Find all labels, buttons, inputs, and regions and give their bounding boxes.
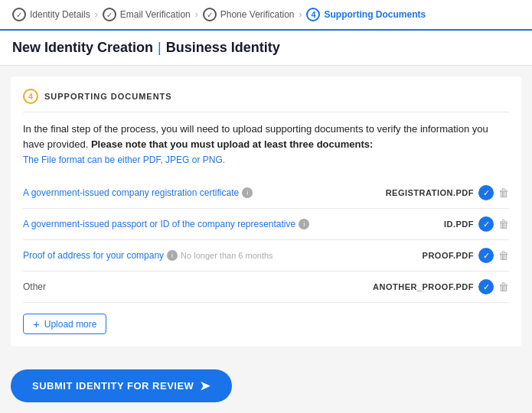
- delete-doc-3[interactable]: 🗑: [498, 249, 509, 262]
- nav-arrow-2: ›: [195, 9, 198, 20]
- nav-step-phone-label: Phone Verification: [220, 9, 295, 20]
- check-uploaded-3: ✓: [478, 248, 494, 263]
- doc-label-registration: A government-issued company registration…: [23, 187, 386, 198]
- doc-label-text-3: Proof of address for your company: [23, 250, 164, 261]
- doc-label-proof: Proof of address for your company i No l…: [23, 250, 423, 261]
- nav-step-identity-label: Identity Details: [30, 9, 90, 20]
- doc-row-passport: A government-issued passport or ID of th…: [23, 209, 509, 240]
- nav-step-docs[interactable]: 4 Supporting Documents: [306, 8, 426, 21]
- info-icon-1[interactable]: i: [242, 187, 253, 198]
- check-icon-phone: ✓: [203, 8, 217, 21]
- info-icon-3[interactable]: i: [167, 250, 178, 261]
- documents-list: A government-issued company registration…: [23, 177, 509, 303]
- doc-label-text-1: A government-issued company registration…: [23, 187, 239, 198]
- doc-filename-3: PROOF.PDF: [423, 251, 474, 260]
- submit-arrow-icon: ➤: [200, 379, 211, 393]
- page-title: New Identity Creation|Business Identity: [12, 40, 520, 56]
- delete-doc-1[interactable]: 🗑: [498, 187, 509, 199]
- submit-identity-button[interactable]: SUBMIT IDENTITY FOR REVIEW ➤: [11, 369, 232, 402]
- check-icon-email: ✓: [103, 8, 116, 21]
- bottom-bar: SUBMIT IDENTITY FOR REVIEW ➤: [0, 357, 532, 413]
- doc-right-2: ID.PDF ✓ 🗑: [444, 216, 509, 232]
- section-header: 4 SUPPORTING DOCUMENTS: [23, 89, 509, 112]
- doc-label-text-2: A government-issued passport or ID of th…: [23, 219, 295, 229]
- submit-button-label: SUBMIT IDENTITY FOR REVIEW: [32, 380, 194, 392]
- nav-arrow-1: ›: [95, 9, 98, 20]
- delete-doc-4[interactable]: 🗑: [498, 281, 509, 293]
- desc-line1: In the final step of the process, you wi…: [23, 123, 417, 135]
- page-title-bar: New Identity Creation|Business Identity: [0, 31, 532, 66]
- doc-filename-2: ID.PDF: [444, 220, 474, 229]
- nav-arrow-3: ›: [299, 9, 302, 20]
- plus-icon: +: [33, 318, 40, 330]
- check-uploaded-2: ✓: [478, 216, 494, 232]
- title-separator: |: [158, 40, 162, 55]
- step-number-docs: 4: [306, 8, 320, 21]
- upload-more-button[interactable]: + Upload more: [23, 314, 106, 334]
- doc-label-other: Other: [23, 281, 373, 292]
- check-uploaded-1: ✓: [478, 185, 494, 200]
- main-content: 4 SUPPORTING DOCUMENTS In the final step…: [0, 66, 532, 357]
- doc-row-registration: A government-issued company registration…: [23, 177, 509, 209]
- page-title-sub: Business Identity: [166, 40, 280, 55]
- section-icon: 4: [23, 89, 38, 104]
- check-icon-identity: ✓: [12, 8, 26, 21]
- nav-step-phone[interactable]: ✓ Phone Verification: [203, 8, 295, 21]
- doc-filename-1: REGISTRATION.PDF: [386, 188, 474, 197]
- desc-bold: Please note that you must upload at leas…: [91, 138, 373, 150]
- page-title-main: New Identity Creation: [12, 40, 153, 55]
- description-text: In the final step of the process, you wi…: [23, 122, 509, 151]
- doc-right-1: REGISTRATION.PDF ✓ 🗑: [386, 185, 509, 200]
- doc-label-passport: A government-issued passport or ID of th…: [23, 219, 444, 229]
- check-uploaded-4: ✓: [478, 279, 494, 294]
- info-icon-2[interactable]: i: [299, 219, 309, 229]
- doc-filename-4: ANOTHER_PROOF.PDF: [373, 282, 474, 291]
- upload-more-row: + Upload more: [23, 314, 509, 334]
- doc-sub-note-3: No longer than 6 months: [181, 251, 273, 260]
- section-title: SUPPORTING DOCUMENTS: [44, 92, 172, 101]
- top-navigation: ✓ Identity Details › ✓ Email Verificatio…: [0, 0, 532, 31]
- nav-step-docs-label: Supporting Documents: [324, 9, 426, 20]
- nav-step-identity[interactable]: ✓ Identity Details: [12, 8, 90, 21]
- doc-right-3: PROOF.PDF ✓ 🗑: [423, 248, 509, 263]
- doc-row-proof: Proof of address for your company i No l…: [23, 240, 509, 272]
- supporting-docs-card: 4 SUPPORTING DOCUMENTS In the final step…: [11, 76, 521, 346]
- doc-row-other: Other ANOTHER_PROOF.PDF ✓ 🗑: [23, 272, 509, 303]
- delete-doc-2[interactable]: 🗑: [498, 218, 509, 230]
- nav-step-email-label: Email Verification: [120, 9, 191, 20]
- nav-step-email[interactable]: ✓ Email Verification: [103, 8, 191, 21]
- upload-more-label: Upload more: [44, 319, 97, 330]
- file-hint: The File format can be either PDF, JPEG …: [23, 154, 509, 165]
- doc-right-4: ANOTHER_PROOF.PDF ✓ 🗑: [373, 279, 509, 294]
